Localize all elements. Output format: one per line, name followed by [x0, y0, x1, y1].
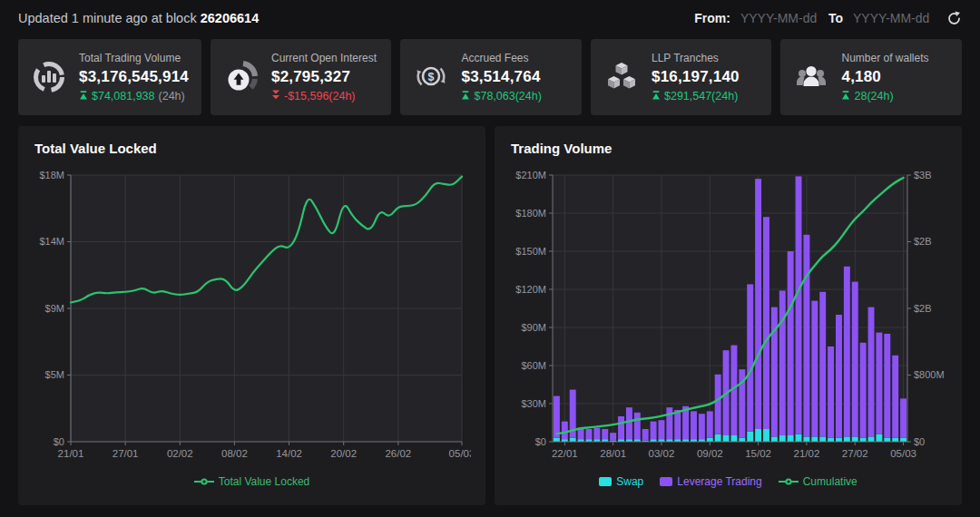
card-change: 28(24h): [841, 90, 928, 102]
wallets-icon: [793, 59, 829, 95]
card-change: -$15,596(24h): [271, 90, 377, 102]
card-value: $2,795,327: [271, 68, 377, 86]
svg-text:20/02: 20/02: [330, 448, 357, 459]
trading-volume-panel: Trading Volume $210M$180M$150M$120M$90M$…: [495, 126, 962, 505]
tvl-chart-title: Total Value Locked: [34, 141, 471, 156]
svg-text:15/02: 15/02: [745, 448, 771, 459]
svg-text:$3B: $3B: [914, 170, 932, 180]
arrow-up-icon: [79, 90, 88, 102]
card-label: Total Trading Volume: [79, 52, 189, 64]
swap-swatch-icon: [599, 477, 612, 486]
leverage-swatch-icon: [660, 477, 672, 486]
line-marker-icon: [194, 477, 214, 486]
arrow-up-icon: [841, 90, 850, 102]
date-range-controls: From: To: [694, 10, 962, 26]
svg-text:21/01: 21/01: [58, 448, 84, 459]
trading-volume-icon: [31, 59, 67, 95]
svg-text:$800M: $800M: [914, 369, 945, 380]
card-label: LLP Tranches: [652, 52, 740, 64]
trading-volume-chart: $210M$180M$150M$120M$90M$60M$30M$0$3B$2B…: [509, 164, 947, 473]
card-label: Current Open Interest: [271, 52, 377, 64]
trading-volume-legend: Swap Leverage Trading Cumulative: [509, 475, 947, 488]
from-label: From:: [694, 11, 730, 25]
tvl-panel: Total Value Locked $18M$14M$9M$5M$021/01…: [18, 126, 485, 505]
svg-text:27/02: 27/02: [842, 448, 868, 459]
stats-row: Total Trading Volume $3,176,545,914 $74,…: [0, 36, 980, 115]
svg-text:$18M: $18M: [39, 170, 64, 180]
stat-card-llp-tranches: LLP Tranches $16,197,140 $291,547(24h): [591, 39, 772, 115]
svg-text:$9M: $9M: [45, 303, 64, 314]
svg-text:$150M: $150M: [515, 246, 546, 257]
stat-card-accrued-fees: $ Accrued Fees $3,514,764 $78,063(24h): [400, 39, 582, 115]
svg-text:$5M: $5M: [45, 369, 64, 380]
refresh-icon[interactable]: [946, 11, 962, 26]
updated-status: Updated 1 minute ago at block 26206614: [18, 11, 259, 25]
stat-card-total-trading-volume: Total Trading Volume $3,176,545,914 $74,…: [18, 39, 201, 115]
charts-row: Total Value Locked $18M$14M$9M$5M$021/01…: [0, 115, 980, 505]
svg-text:$14M: $14M: [39, 236, 64, 247]
card-value: $3,514,764: [461, 68, 541, 86]
line-marker-icon: [779, 477, 799, 486]
svg-text:$210M: $210M: [515, 170, 546, 180]
svg-text:28/01: 28/01: [600, 448, 626, 459]
svg-text:27/01: 27/01: [113, 448, 139, 459]
card-value: $3,176,545,914: [79, 68, 189, 86]
svg-text:05/03: 05/03: [890, 448, 916, 459]
tvl-legend: Total Value Locked: [33, 475, 471, 488]
legend-item-leverage-trading[interactable]: Leverage Trading: [660, 475, 761, 488]
svg-text:14/02: 14/02: [276, 448, 302, 459]
card-value: $16,197,140: [652, 68, 740, 86]
open-interest-icon: [223, 59, 260, 95]
svg-text:$0: $0: [54, 436, 64, 447]
svg-text:$90M: $90M: [521, 322, 546, 333]
legend-item-cumulative[interactable]: Cumulative: [779, 475, 858, 488]
card-label: Accrued Fees: [461, 52, 541, 64]
svg-text:02/02: 02/02: [167, 448, 193, 459]
updated-text: Updated 1 minute ago at block: [18, 11, 197, 25]
card-change: $74,081,938 (24h): [79, 90, 189, 102]
svg-text:$120M: $120M: [515, 284, 546, 295]
to-date-input[interactable]: [851, 10, 933, 26]
to-label: To: [828, 11, 843, 25]
arrow-up-icon: [652, 90, 661, 102]
llp-tranches-icon: [603, 59, 640, 95]
arrow-down-icon: [271, 90, 280, 102]
svg-text:21/02: 21/02: [794, 448, 820, 459]
legend-item-swap[interactable]: Swap: [599, 475, 643, 488]
top-bar: Updated 1 minute ago at block 26206614 F…: [0, 0, 980, 36]
card-change: $78,063(24h): [461, 90, 541, 102]
stat-card-current-open-interest: Current Open Interest $2,795,327 -$15,59…: [211, 39, 392, 115]
accrued-fees-icon: $: [413, 59, 449, 95]
card-change: $291,547(24h): [652, 90, 740, 102]
svg-text:26/02: 26/02: [385, 448, 411, 459]
from-date-input[interactable]: [739, 10, 820, 26]
stat-card-number-of-wallets: Number of wallets 4,180 28(24h): [780, 39, 962, 115]
svg-text:22/01: 22/01: [552, 448, 578, 459]
svg-text:$: $: [428, 71, 435, 83]
svg-text:05/03: 05/03: [449, 448, 471, 459]
card-value: 4,180: [841, 68, 928, 86]
svg-text:$2B: $2B: [914, 236, 932, 247]
arrow-up-icon: [461, 90, 470, 102]
card-label: Number of wallets: [841, 52, 928, 64]
svg-text:$0: $0: [535, 436, 546, 447]
tvl-chart: $18M$14M$9M$5M$021/0127/0102/0208/0214/0…: [33, 164, 471, 473]
trading-volume-chart-title: Trading Volume: [511, 141, 947, 156]
svg-text:03/02: 03/02: [649, 448, 675, 459]
svg-text:$180M: $180M: [515, 208, 546, 219]
svg-text:$30M: $30M: [521, 398, 546, 409]
svg-text:09/02: 09/02: [697, 448, 723, 459]
svg-text:$60M: $60M: [521, 360, 546, 371]
svg-text:$0: $0: [914, 436, 925, 447]
svg-text:08/02: 08/02: [221, 448, 248, 459]
legend-item-total-value-locked[interactable]: Total Value Locked: [194, 475, 310, 488]
block-number: 26206614: [201, 11, 260, 25]
svg-text:$2B: $2B: [914, 303, 932, 314]
